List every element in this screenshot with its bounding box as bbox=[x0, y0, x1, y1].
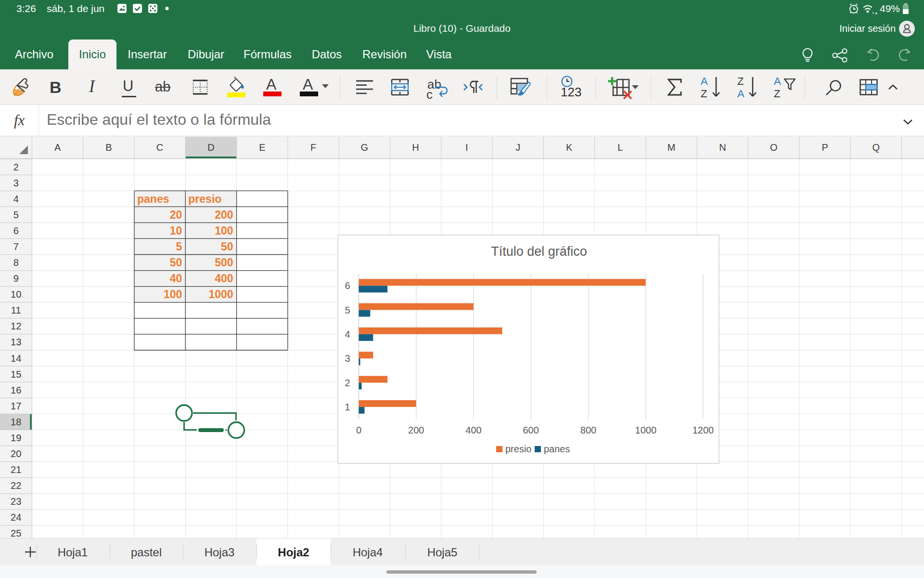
svg-text:P: P bbox=[821, 142, 828, 153]
svg-text:Título del gráfico: Título del gráfico bbox=[491, 244, 587, 259]
svg-text:presio: presio bbox=[188, 193, 221, 205]
svg-text:50: 50 bbox=[221, 240, 233, 253]
svg-text:18: 18 bbox=[11, 417, 21, 427]
svg-text:40: 40 bbox=[170, 272, 182, 285]
svg-text:25: 25 bbox=[11, 528, 21, 538]
svg-text:A: A bbox=[774, 76, 781, 87]
svg-text:presio: presio bbox=[505, 444, 531, 454]
svg-text:0: 0 bbox=[356, 425, 361, 435]
svg-text:3: 3 bbox=[345, 353, 350, 364]
svg-text:Z: Z bbox=[737, 76, 744, 87]
svg-text:500: 500 bbox=[215, 256, 233, 269]
svg-text:8: 8 bbox=[13, 257, 19, 268]
svg-text:20: 20 bbox=[11, 448, 21, 459]
svg-text:5: 5 bbox=[345, 305, 350, 315]
svg-text:200: 200 bbox=[408, 425, 424, 435]
svg-text:14: 14 bbox=[11, 353, 21, 364]
svg-text:11: 11 bbox=[11, 305, 21, 315]
svg-text:4: 4 bbox=[13, 194, 19, 204]
svg-text:10: 10 bbox=[170, 224, 182, 237]
svg-text:5: 5 bbox=[13, 210, 19, 220]
svg-text:20: 20 bbox=[170, 209, 182, 221]
svg-text:22: 22 bbox=[11, 480, 21, 491]
svg-text:Z: Z bbox=[774, 88, 780, 98]
svg-text:23: 23 bbox=[11, 496, 21, 507]
svg-text:9: 9 bbox=[13, 273, 19, 284]
svg-text:100: 100 bbox=[164, 288, 182, 301]
svg-text:N: N bbox=[719, 142, 726, 153]
svg-text:A: A bbox=[54, 142, 61, 153]
svg-text:16: 16 bbox=[11, 385, 21, 395]
svg-text:17: 17 bbox=[11, 401, 21, 411]
svg-text:600: 600 bbox=[523, 425, 539, 435]
svg-text:24: 24 bbox=[11, 512, 21, 523]
svg-text:4: 4 bbox=[345, 329, 350, 340]
svg-text:2: 2 bbox=[345, 378, 350, 388]
svg-text:1200: 1200 bbox=[693, 425, 714, 435]
svg-text:K: K bbox=[566, 142, 573, 153]
svg-text:10: 10 bbox=[11, 289, 21, 300]
svg-text:15: 15 bbox=[11, 369, 21, 380]
svg-text:M: M bbox=[667, 142, 676, 153]
svg-text:Q: Q bbox=[873, 142, 880, 153]
svg-text:6: 6 bbox=[345, 280, 350, 291]
svg-text:1000: 1000 bbox=[635, 425, 657, 435]
svg-text:B: B bbox=[105, 142, 112, 153]
svg-text:D: D bbox=[207, 142, 214, 153]
svg-text:3: 3 bbox=[13, 178, 19, 188]
svg-text:A: A bbox=[701, 76, 708, 87]
svg-text:1000: 1000 bbox=[208, 288, 233, 301]
svg-text:I: I bbox=[465, 142, 468, 153]
svg-text:100: 100 bbox=[215, 224, 233, 237]
svg-text:L: L bbox=[617, 142, 623, 153]
svg-text:6: 6 bbox=[13, 225, 19, 236]
svg-text:7: 7 bbox=[13, 241, 19, 252]
svg-text:13: 13 bbox=[11, 337, 21, 347]
svg-text:400: 400 bbox=[215, 272, 233, 285]
svg-text:1: 1 bbox=[345, 402, 350, 412]
svg-text:G: G bbox=[361, 142, 369, 153]
svg-text:panes: panes bbox=[544, 444, 570, 454]
svg-text:J: J bbox=[515, 142, 520, 153]
svg-text:E: E bbox=[259, 142, 265, 153]
svg-text:12: 12 bbox=[11, 321, 21, 331]
svg-text:800: 800 bbox=[580, 425, 596, 435]
svg-text:19: 19 bbox=[11, 433, 21, 443]
svg-text:A: A bbox=[737, 88, 744, 98]
svg-text:21: 21 bbox=[11, 464, 21, 475]
svg-text:C: C bbox=[156, 142, 163, 153]
svg-text:H: H bbox=[412, 142, 419, 153]
svg-text:5: 5 bbox=[176, 240, 182, 253]
svg-text:200: 200 bbox=[215, 209, 233, 221]
svg-text:O: O bbox=[770, 142, 778, 153]
svg-text:50: 50 bbox=[170, 256, 182, 269]
svg-text:F: F bbox=[310, 142, 316, 153]
svg-text:Z: Z bbox=[701, 88, 707, 98]
svg-text:49%: 49% bbox=[880, 3, 900, 14]
svg-text:panes: panes bbox=[137, 193, 169, 205]
svg-text:400: 400 bbox=[465, 425, 481, 435]
svg-text:2: 2 bbox=[13, 162, 19, 172]
svg-text:123: 123 bbox=[561, 85, 581, 99]
